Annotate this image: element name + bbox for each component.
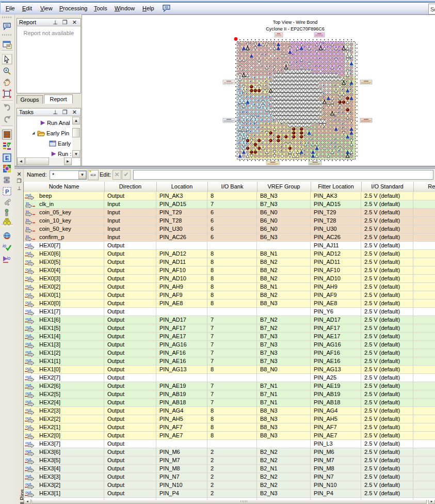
svg-text:P: P [5, 188, 9, 195]
svg-text:io: io [7, 256, 10, 261]
svg-text:out: out [25, 498, 31, 500]
svg-text:io: io [3, 243, 6, 248]
svg-text:E: E [5, 155, 9, 161]
svg-text:V: V [7, 143, 10, 148]
svg-text:Cyclone II - EP2C70F896C6: Cyclone II - EP2C70F896C6 [266, 26, 325, 32]
svg-text:Top View - Wire Bond: Top View - Wire Bond [273, 20, 317, 25]
